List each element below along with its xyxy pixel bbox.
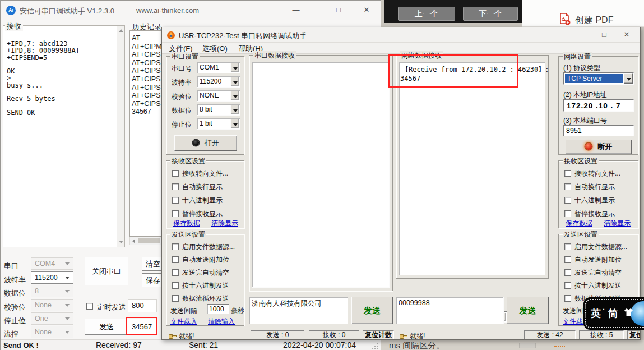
scrollbar-thumb[interactable]	[138, 238, 160, 243]
checkbox-pause-recv[interactable]: 暂停接收显示	[172, 209, 223, 217]
flowcontrol-select[interactable]: None	[31, 326, 73, 338]
local-port-input[interactable]: 8951	[563, 125, 634, 136]
history-item[interactable]: AT+CIPS	[130, 50, 164, 59]
usr-titlebar[interactable]: USR-TCP232-Test 串口转网络调试助手 — □ ✕	[162, 27, 640, 43]
databits-select[interactable]: 8	[31, 285, 73, 297]
create-pdf-icon[interactable]	[558, 13, 571, 25]
databits-select[interactable]: 8 bit	[197, 104, 240, 116]
clear-display-link[interactable]: 清除显示	[604, 219, 631, 228]
checkbox-file-source[interactable]: 启用文件数据源...	[564, 242, 627, 250]
close-button[interactable]: ✕	[360, 6, 373, 14]
history-hscrollbar[interactable]	[129, 237, 164, 245]
parity-select[interactable]: None	[31, 299, 73, 311]
dropdown-arrow-icon[interactable]	[230, 77, 239, 86]
maximize-button[interactable]: □	[598, 30, 610, 39]
checkbox-auto-append[interactable]: 自动发送附加位	[172, 255, 229, 263]
baud-select[interactable]: 115200	[197, 76, 240, 88]
baudrate-select[interactable]: 115200	[31, 271, 73, 284]
scrollbar-fragment[interactable]	[519, 343, 536, 348]
timed-interval-input[interactable]: 800	[128, 299, 157, 312]
dropdown-arrow-icon[interactable]	[230, 119, 239, 128]
checkbox-auto-linefeed[interactable]: 自动换行显示	[564, 182, 615, 190]
network-send-input[interactable]: 00099988	[396, 297, 504, 324]
scroll-left-icon[interactable]	[132, 239, 135, 243]
history-item[interactable]: AT+CIPS	[130, 67, 164, 75]
next-button[interactable]: 下一个	[463, 7, 518, 21]
history-item[interactable]: AT+CIPS	[130, 100, 164, 108]
disconnect-indicator-icon	[585, 143, 592, 150]
scroll-down-icon[interactable]	[119, 241, 123, 243]
minimize-button[interactable]: —	[290, 6, 302, 14]
checkbox-icon	[564, 282, 571, 289]
aithinker-titlebar[interactable]: Ai 安信可串口调试助手 V1.2.3.0 www.ai-thinker.com…	[1, 1, 381, 20]
clear-display-link[interactable]: 清除显示	[211, 219, 238, 228]
parity-select[interactable]: NONE	[197, 90, 240, 102]
history-item[interactable]: AT+CIPS	[130, 59, 164, 67]
checkbox-hex-display[interactable]: 十六进制显示	[172, 196, 223, 204]
history-item[interactable]: AT+CIPS	[130, 84, 164, 92]
send-button[interactable]: 发送	[85, 319, 128, 335]
disconnect-button[interactable]: 断开	[566, 140, 632, 154]
checkbox-auto-append[interactable]: 自动发送附加位	[564, 255, 622, 263]
serial-recv-counter: 接收 : 0	[309, 330, 359, 340]
scroll-up-icon[interactable]	[119, 29, 123, 32]
checkbox-clear-after-send[interactable]: 发送完自动清空	[564, 268, 622, 276]
maximize-button[interactable]: □	[332, 6, 345, 14]
local-ip-input[interactable]: 172.20 .10 . 7	[563, 99, 634, 112]
open-serial-button[interactable]: 打开	[174, 135, 237, 151]
checkbox-auto-linefeed[interactable]: 自动换行显示	[172, 182, 223, 190]
checkbox-loop-send[interactable]: 数据流循环发送	[172, 294, 229, 302]
checkbox-pause-recv[interactable]: 暂停接收显示	[564, 209, 615, 217]
clear-button[interactable]: 清空	[142, 257, 164, 271]
history-item[interactable]: 34567	[130, 108, 164, 116]
databits-label: 数据位	[172, 106, 192, 116]
checkbox-file-source[interactable]: 启用文件数据源...	[172, 242, 235, 250]
send-settings-group-left: 发送区设置 启用文件数据源... 自动发送附加位 发送完自动清空 按十六进制发送…	[166, 234, 244, 326]
history-item[interactable]: AT+CIPS	[130, 91, 164, 100]
network-send-button[interactable]: 发送	[507, 297, 549, 324]
save-button[interactable]: 保存	[142, 273, 164, 287]
stopbits-select[interactable]: 1 bit	[197, 118, 240, 130]
minimize-button[interactable]: —	[577, 30, 589, 39]
save-data-link[interactable]: 保存数据	[566, 219, 592, 228]
reset-count-link[interactable]: 复位计数	[363, 330, 394, 340]
checkbox-send-as-hex[interactable]: 按十六进制发送	[564, 281, 622, 289]
checkbox-clear-after-send[interactable]: 发送完自动清空	[172, 268, 229, 276]
serial-send-button[interactable]: 发送	[351, 297, 393, 324]
dropdown-arrow-icon[interactable]	[230, 105, 239, 114]
receive-textarea[interactable]: +IPD,7: abcd123 +IPD,8: 00099988AT +CIPS…	[7, 40, 80, 116]
dropdown-arrow-icon[interactable]	[624, 73, 633, 84]
history-item[interactable]: AT	[130, 34, 164, 43]
load-file-link[interactable]: 文件载入	[170, 317, 197, 326]
receive-scrollbar[interactable]	[117, 26, 124, 247]
serial-port-select[interactable]: COM4	[31, 257, 73, 270]
clear-input-link[interactable]: 清除输入	[208, 317, 235, 326]
send-interval-input[interactable]: 1000	[207, 304, 229, 314]
serial-recv-textarea[interactable]	[252, 62, 390, 288]
close-serial-button[interactable]: 关闭串口	[85, 257, 128, 285]
checkbox-recv-to-file[interactable]: 接收转向文件...	[564, 169, 620, 177]
checkbox-hex-display[interactable]: 十六进制显示	[564, 196, 615, 204]
stopbits-select[interactable]: One	[31, 312, 73, 325]
save-data-link[interactable]: 保存数据	[173, 219, 200, 228]
com-select[interactable]: COM1	[197, 62, 240, 73]
history-item[interactable]: AT+CIPS	[130, 75, 164, 84]
close-button[interactable]: ✕	[620, 30, 633, 39]
resize-grip[interactable]	[372, 343, 378, 349]
serial-send-input[interactable]: 济南有人科技有限公司	[249, 297, 348, 324]
timed-send-checkbox[interactable]	[86, 303, 93, 310]
dropdown-arrow-icon[interactable]	[230, 63, 239, 72]
create-pdf-label[interactable]: 创建 PDF	[575, 15, 613, 26]
ime-popup[interactable]: 英 · 简	[583, 297, 644, 330]
dropdown-arrow-icon[interactable]	[230, 91, 239, 100]
checkbox-recv-to-file[interactable]: 接收转向文件...	[172, 169, 228, 177]
checkbox-icon	[172, 256, 179, 263]
network-recv-textarea[interactable]: 【Receive from 172.20.10.2 : 46230】: 3456…	[399, 62, 545, 275]
history-list[interactable]: AT AT+CIPM AT+CIPS AT+CIPS AT+CIPS AT+CI…	[129, 30, 164, 237]
protocol-select[interactable]: TCP Server	[563, 72, 634, 85]
menu-options[interactable]: 选项(O)	[202, 44, 228, 54]
history-item[interactable]: AT+CIPM	[130, 43, 164, 51]
checkbox-send-as-hex[interactable]: 按十六进制发送	[172, 281, 229, 289]
previous-button[interactable]: 上一个	[398, 7, 455, 21]
reset-count-link[interactable]: 复位计数	[627, 330, 641, 340]
